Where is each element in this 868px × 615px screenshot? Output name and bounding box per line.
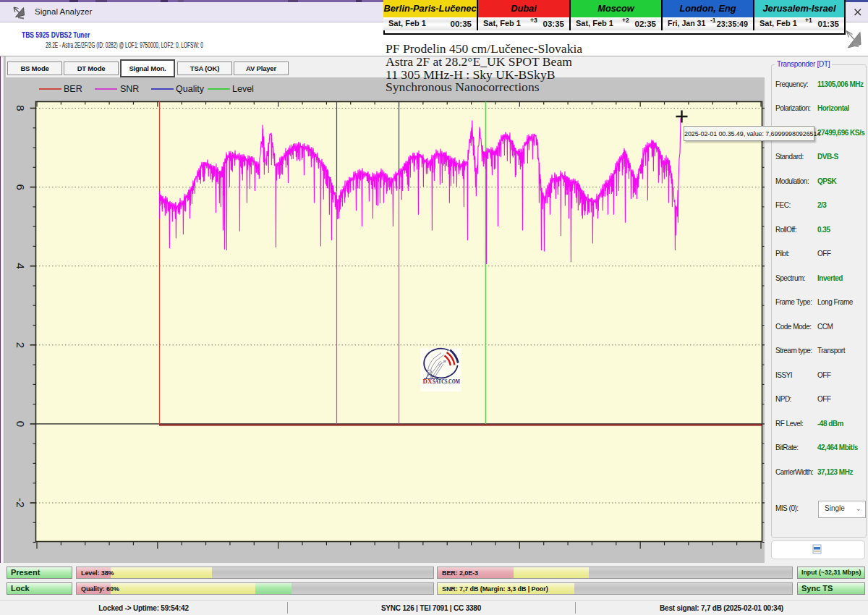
svg-text:6: 6: [14, 184, 27, 190]
svg-text:-2: -2: [14, 498, 27, 507]
svg-text:8: 8: [14, 105, 27, 111]
svg-text:0: 0: [14, 421, 27, 427]
svg-text:2: 2: [14, 342, 27, 348]
svg-text:DX: DX: [423, 378, 433, 385]
svg-text:SATCS.COM: SATCS.COM: [433, 378, 460, 385]
svg-text:4: 4: [14, 263, 27, 269]
